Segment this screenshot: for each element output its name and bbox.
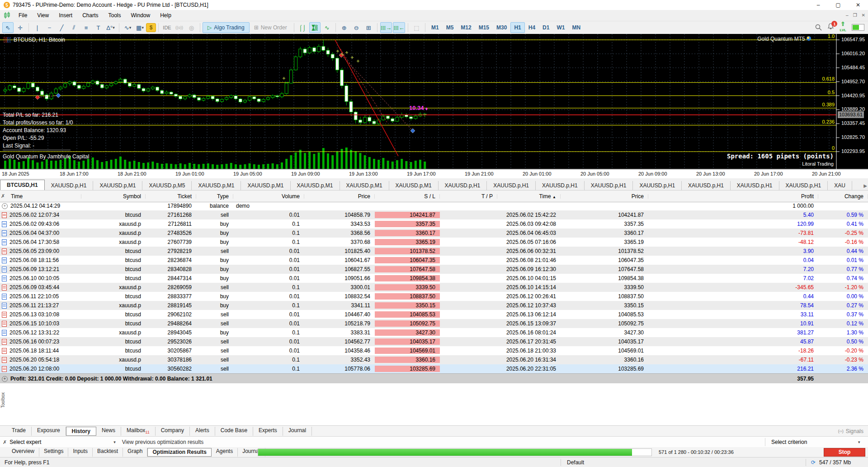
trendline-icon[interactable]: ╱ [56,22,67,33]
horizontal-line-icon[interactable]: ⎯ [44,22,55,33]
select-expert-combo[interactable]: Select expert [9,439,113,445]
toolbox-tab-journal[interactable]: Journal [283,427,312,436]
history-row[interactable]: 2025.06.20 05:54:18xauusd.p30378186sell0… [0,355,868,364]
cursor-tool-icon[interactable]: ⇖ [2,22,14,33]
menu-item-tools[interactable]: Tools [104,10,126,21]
column-header-price[interactable]: Price [304,193,375,200]
history-row[interactable]: 2025.06.05 23:09:00btcusd27928219sell0.0… [0,247,868,256]
history-row[interactable]: 2025.06.16 00:07:23btcusd29523026sell0.0… [0,337,868,346]
chart-tab[interactable]: XAUUSD.p,H1 [633,181,682,190]
toolbox-tab-experts[interactable]: Experts [253,427,283,436]
ide-button[interactable]: IDE [161,22,173,33]
search-icon[interactable] [815,24,822,31]
column-header-change[interactable]: Change [818,193,868,200]
column-header-volume[interactable]: Volume [233,193,304,200]
history-close-icon[interactable]: ✗ [1,193,5,199]
crosshair-tool-icon[interactable]: ✛ [14,22,26,33]
chart-tab[interactable]: XAU [828,181,852,190]
chart-tab[interactable]: XAUUSD.p,H1 [731,181,779,190]
text-tool-icon[interactable]: T [93,22,104,33]
timeframe-M1[interactable]: M1 [428,22,443,33]
toolbox-tab-history[interactable]: History [66,427,96,436]
timeframe-MN[interactable]: MN [568,22,584,33]
column-header-profit[interactable]: Profit [648,193,818,200]
column-header-ticket[interactable]: Ticket [146,193,196,200]
maximize-button[interactable]: ▢ [828,0,848,10]
history-row[interactable]: 2025.06.18 18:11:44btcusd30205867sell0.0… [0,346,868,355]
select-criterion-combo[interactable]: Select criterion [771,439,807,445]
chart-tab[interactable]: XAUUSD.p,H1 [439,181,487,190]
tester-tab-graph[interactable]: Graph [123,448,147,457]
menu-item-file[interactable]: File [14,10,32,21]
toolbox-dock-label[interactable]: Toolbox [0,392,5,408]
chart-tab[interactable]: XAUUSD.p,M1 [340,181,389,190]
chart-tab[interactable]: XAUUSD.p,M1 [389,181,439,190]
history-row[interactable]: 2025.06.15 10:10:03btcusd29488264sell0.0… [0,319,868,328]
zoom-in-icon[interactable]: ⊕ [339,22,350,33]
history-row[interactable]: 2025.06.02 12:07:34btcusd27161268sell0.0… [0,210,868,219]
column-header-symbol[interactable]: Symbol [81,193,146,200]
history-row[interactable]: 2025.06.02 09:43:06xauusd.p27126811buy0.… [0,219,868,229]
column-header-tp[interactable]: T / P [440,193,497,200]
menu-item-view[interactable]: View [32,10,54,21]
vertical-line-icon[interactable]: ❘ [32,22,43,33]
shapes-icon[interactable]: Δ°▾ [105,22,116,33]
tester-tab-optimization-results[interactable]: Optimization Results [147,448,211,457]
toolbox-tab-mailbox[interactable]: Mailbox11 [121,427,156,436]
chart-tab[interactable]: BTCUSD,H1 [0,180,45,190]
chart-tab[interactable]: XAUUSD.p,M1 [93,181,142,190]
column-header-time[interactable]: ✗Time [0,193,81,200]
auto-scroll-icon[interactable]: 𝍖← [393,22,405,33]
stop-button[interactable]: Stop [824,448,865,457]
minimize-button[interactable]: – [808,0,828,10]
chart-tab[interactable]: XAUUSD.p,M1 [291,181,340,190]
history-row[interactable]: +2025.04.12 04:14:2917894890balancedemo1… [0,201,868,210]
tester-tab-overview[interactable]: Overview [7,448,39,457]
toolbox-tab-code-base[interactable]: Code Base [215,427,253,436]
chevron-down-icon[interactable]: ▾ [113,440,116,444]
toolbox-tab-alerts[interactable]: Alerts [190,427,215,436]
history-row[interactable]: 2025.06.11 22:10:05btcusd28833377buy0.01… [0,292,868,301]
chart-tab[interactable]: XAUUSD.p,M5 [142,181,192,190]
timeframe-M12[interactable]: M12 [457,22,475,33]
history-row[interactable]: 2025.06.08 18:11:56btcusd28236874buy0.01… [0,256,868,265]
toolbox-tab-news[interactable]: News [96,427,121,436]
menu-item-help[interactable]: Help [155,10,176,21]
history-row[interactable]: 2025.06.09 13:12:21btcusd28340828buy0.01… [0,265,868,274]
chart-tab[interactable]: XAUUSD.p,H1 [682,181,731,190]
column-header-price[interactable]: Price [561,193,648,200]
menu-item-window[interactable]: Window [126,10,156,21]
column-header-sl[interactable]: S / L [375,193,440,200]
history-row[interactable]: 2025.06.20 12:08:00btcusd30560282sell0.1… [0,364,868,373]
price-chart[interactable]: BTCUSD, H1: Bitcoin Gold Quantum MT5 Tot… [0,34,868,178]
history-row[interactable]: 2025.06.09 03:45:44xauusd.p28269059sell0… [0,283,868,292]
chart-shift-icon[interactable]: ⬚ [411,22,422,33]
child-minimize-button[interactable]: – [846,10,849,21]
close-button[interactable]: ✕ [848,0,868,10]
timeframe-D1[interactable]: D1 [539,22,553,33]
tile-windows-icon[interactable]: ⊞ [363,22,374,33]
toolbox-tab-trade[interactable]: Trade [6,427,32,436]
upgrade-level[interactable]: ⇧ LVL [840,22,846,33]
view-previous-results-link[interactable]: View previous optimization results [122,439,204,445]
chart-tab[interactable]: XAUUSD.p,M1 [192,181,241,190]
algo-trading-button[interactable]: ▷ Algo Trading [203,22,250,33]
timeframe-W1[interactable]: W1 [553,22,568,33]
menu-item-insert[interactable]: Insert [54,10,77,21]
chart-tab[interactable]: XAUUSD.p,H1 [487,181,536,190]
history-row[interactable]: 2025.06.04 17:30:58xauusd.p27607739buy0.… [0,238,868,247]
menu-item-charts[interactable]: Charts [77,10,103,21]
bar-chart-icon[interactable]: ⌠⌡ [297,22,308,33]
candlestick-chart-icon[interactable]: 🮚🮙 [309,22,321,33]
chart-tab[interactable]: XAUUSD.p,H1 [585,181,633,190]
history-row[interactable]: 2025.06.13 03:10:08btcusd29062102sell0.0… [0,310,868,319]
timeframe-H1[interactable]: H1 [510,22,524,33]
tester-tab-inputs[interactable]: Inputs [68,448,93,457]
child-close-button[interactable]: ✕ [862,10,865,21]
history-row[interactable]: 2025.06.12 13:31:22xauusd.p28943045buy0.… [0,328,868,337]
history-row[interactable]: 2025.06.11 21:13:27xauusd.p28819145buy0.… [0,301,868,310]
tester-tab-settings[interactable]: Settings [39,448,68,457]
chart-tab[interactable]: XAUUSD.p,H1 [779,181,828,190]
timeframe-M15[interactable]: M15 [475,22,493,33]
deposit-icon[interactable]: $ [146,23,156,32]
